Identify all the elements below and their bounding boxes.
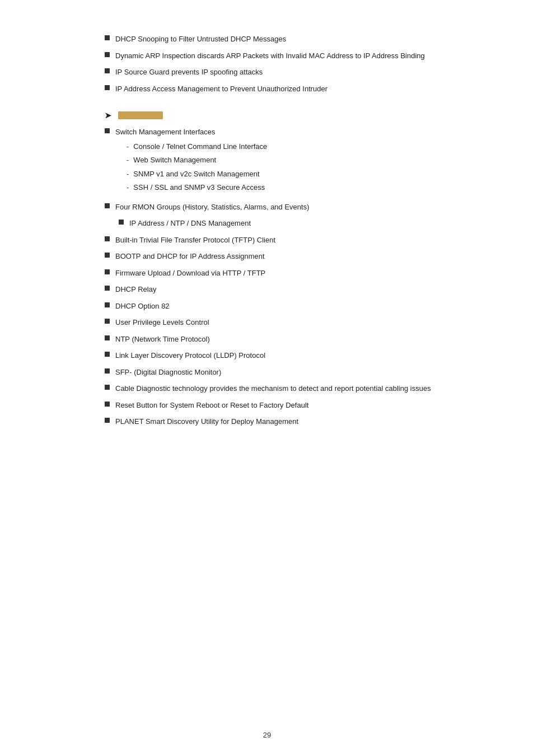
bullet-icon — [105, 85, 110, 90]
bullet-icon — [105, 385, 110, 390]
list-item-text: Firmware Upload / Download via HTTP / TF… — [115, 268, 265, 279]
list-item-text: DHCP Relay — [115, 284, 156, 295]
bullet-icon — [105, 128, 110, 133]
list-item: Cable Diagnostic technology provides the… — [105, 383, 452, 394]
dash-icon: - — [127, 169, 129, 180]
sub-list: - Console / Telnet Command Line Interfac… — [127, 141, 267, 193]
sub-item-text: Console / Telnet Command Line Interface — [133, 141, 267, 152]
sub-item-text: SNMP v1 and v2c Switch Management — [133, 169, 259, 180]
list-item: - Web Switch Management — [127, 155, 267, 166]
bullet-icon — [105, 368, 110, 374]
arrow-right-icon: ➤ — [105, 111, 111, 120]
bullet-icon — [105, 335, 110, 340]
list-item: PLANET Smart Discovery Utility for Deplo… — [105, 416, 452, 427]
list-item-text: Cable Diagnostic technology provides the… — [115, 383, 431, 394]
bullet-icon — [105, 319, 110, 324]
bullet-icon — [105, 203, 110, 208]
list-item: - Console / Telnet Command Line Interfac… — [127, 141, 267, 152]
list-item: Built-in Trivial File Transfer Protocol … — [105, 235, 452, 246]
bullet-icon — [119, 220, 124, 225]
switch-mgmt-block: Switch Management Interfaces - Console /… — [115, 127, 267, 196]
sub-item-text: SSH / SSL and SNMP v3 Secure Access — [133, 182, 265, 193]
bullet-icon — [105, 302, 110, 307]
bullet-icon — [105, 286, 110, 291]
list-item: IP Address / NTP / DNS Management — [105, 218, 452, 229]
list-item-text: IP Address Access Management to Prevent … — [115, 83, 327, 95]
list-item-text: User Privilege Levels Control — [115, 317, 209, 328]
list-item: Reset Button for System Reboot or Reset … — [105, 400, 452, 411]
bullet-icon — [105, 236, 110, 241]
dash-icon: - — [127, 155, 129, 166]
list-item: DHCP Option 82 — [105, 301, 452, 312]
bullet-icon — [105, 253, 110, 258]
section-header-bar — [118, 111, 163, 119]
list-item-text: Link Layer Discovery Protocol (LLDP) Pro… — [115, 350, 265, 361]
list-item-text: DHCP Option 82 — [115, 301, 170, 312]
list-item: IP Source Guard prevents IP spoofing att… — [105, 67, 452, 78]
list-item: DHCP Snooping to Filter Untrusted DHCP M… — [105, 34, 452, 45]
sub-item-text: Web Switch Management — [133, 155, 216, 166]
dash-icon: - — [127, 141, 129, 152]
list-item: Switch Management Interfaces - Console /… — [105, 127, 452, 196]
list-item: IP Address Access Management to Prevent … — [105, 83, 452, 95]
list-item: BOOTP and DHCP for IP Address Assignment — [105, 251, 452, 262]
list-item-text: IP Address / NTP / DNS Management — [129, 218, 251, 229]
bullet-icon — [105, 352, 110, 357]
bullet-icon — [105, 68, 110, 73]
list-item: DHCP Relay — [105, 284, 452, 295]
list-item-text: IP Source Guard prevents IP spoofing att… — [115, 67, 263, 78]
bullet-icon — [105, 52, 110, 57]
top-bullet-list: DHCP Snooping to Filter Untrusted DHCP M… — [105, 34, 452, 94]
list-item-text: PLANET Smart Discovery Utility for Deplo… — [115, 416, 298, 427]
list-item: User Privilege Levels Control — [105, 317, 452, 328]
list-item-text: DHCP Snooping to Filter Untrusted DHCP M… — [115, 34, 286, 45]
list-item-text: Four RMON Groups (History, Statistics, A… — [115, 202, 310, 213]
list-item-text: Built-in Trivial File Transfer Protocol … — [115, 235, 275, 246]
list-item: Link Layer Discovery Protocol (LLDP) Pro… — [105, 350, 452, 361]
page: DHCP Snooping to Filter Untrusted DHCP M… — [71, 0, 463, 756]
list-item-text: Dynamic ARP Inspection discards ARP Pack… — [115, 50, 425, 62]
switch-mgmt-label: Switch Management Interfaces — [115, 128, 215, 136]
list-item: Four RMON Groups (History, Statistics, A… — [105, 202, 452, 213]
list-item: - SSH / SSL and SNMP v3 Secure Access — [127, 182, 267, 193]
list-item: NTP (Network Time Protocol) — [105, 334, 452, 345]
list-item-text: BOOTP and DHCP for IP Address Assignment — [115, 251, 265, 262]
list-item: SFP- (Digital Diagnostic Monitor) — [105, 367, 452, 378]
bullet-icon — [105, 35, 110, 40]
management-bullet-list: Switch Management Interfaces - Console /… — [105, 127, 452, 427]
bullet-icon — [105, 269, 110, 274]
list-item-text: SFP- (Digital Diagnostic Monitor) — [115, 367, 221, 378]
dash-icon: - — [127, 182, 129, 193]
bullet-icon — [105, 402, 110, 407]
bullet-icon — [105, 418, 110, 423]
list-item: - SNMP v1 and v2c Switch Management — [127, 169, 267, 180]
page-number: 29 — [263, 731, 271, 739]
list-item-text: NTP (Network Time Protocol) — [115, 334, 210, 345]
list-item: Dynamic ARP Inspection discards ARP Pack… — [105, 50, 452, 62]
section-header: ➤ — [105, 111, 452, 120]
list-item: Firmware Upload / Download via HTTP / TF… — [105, 268, 452, 279]
list-item-text: Reset Button for System Reboot or Reset … — [115, 400, 308, 411]
